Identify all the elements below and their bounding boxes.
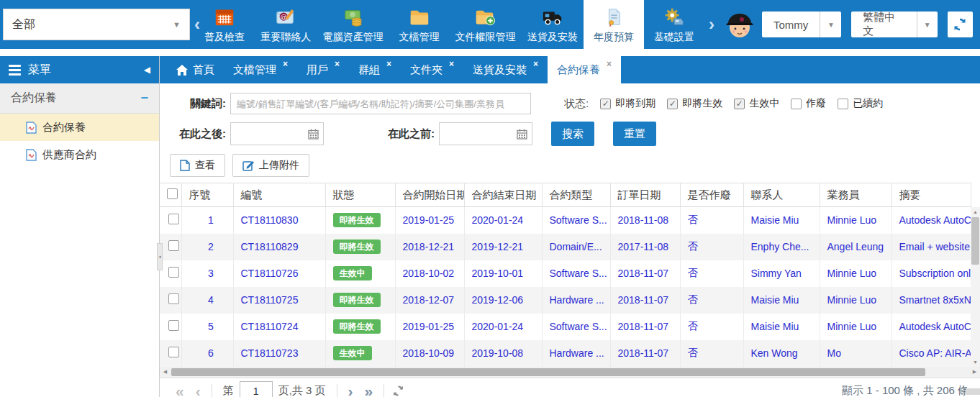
row-code-link[interactable]: CT18110726 — [241, 268, 299, 279]
table-row[interactable]: 1 CT18110830 即將生效 2019-01-25 2020-01-24 … — [160, 207, 971, 234]
close-icon[interactable]: × — [283, 59, 288, 69]
tab-document-management[interactable]: 文檔管理 × — [224, 56, 297, 83]
date-after-input[interactable] — [230, 122, 324, 145]
horizontal-scroll-thumb[interactable] — [171, 368, 925, 376]
row-code-link[interactable]: CT18110724 — [241, 321, 299, 332]
topnav-item-contacts[interactable]: @ 重要聯絡人 — [255, 0, 317, 49]
scroll-left-icon[interactable]: ◀ — [160, 369, 171, 375]
row-serial-link[interactable]: 1 — [208, 214, 214, 226]
tab-groups[interactable]: 群組 × — [349, 56, 401, 83]
language-menu[interactable]: 繁體中文 ▼ — [851, 12, 937, 37]
status-option-effective-soon[interactable]: 即將生效 — [667, 97, 722, 110]
row-checkbox[interactable] — [168, 293, 179, 304]
col-status[interactable]: 狀態 — [325, 183, 395, 207]
close-icon[interactable]: × — [449, 59, 454, 69]
checkbox-icon[interactable] — [791, 99, 802, 109]
col-contact[interactable]: 聯系人 — [743, 183, 820, 207]
row-serial-link[interactable]: 3 — [208, 268, 214, 279]
row-checkbox[interactable] — [168, 214, 179, 224]
tab-folders[interactable]: 文件夾 × — [401, 56, 463, 83]
topnav-item-file-permission[interactable]: 文件權限管理 — [449, 0, 521, 49]
prev-page-button[interactable]: ‹ — [190, 383, 207, 397]
sidebar-collapse-icon[interactable]: ◀ — [144, 65, 150, 75]
close-icon[interactable]: × — [386, 59, 391, 69]
table-row[interactable]: 4 CT18110725 即將生效 2018-12-07 2019-12-06 … — [160, 287, 971, 314]
close-icon[interactable]: × — [607, 59, 612, 69]
checkbox-checked-icon[interactable] — [667, 99, 678, 109]
user-menu[interactable]: Tommy ▼ — [762, 12, 841, 37]
col-voided[interactable]: 是否作廢 — [680, 183, 743, 207]
table-row[interactable]: 5 CT18110724 即將生效 2019-01-25 2020-01-24 … — [160, 314, 971, 340]
page-number-input[interactable] — [240, 381, 273, 397]
checkbox-icon[interactable] — [838, 99, 848, 109]
status-option-voided[interactable]: 作廢 — [791, 97, 826, 110]
row-checkbox[interactable] — [168, 267, 179, 278]
tab-home[interactable]: 首頁 — [167, 56, 224, 83]
row-checkbox[interactable] — [168, 240, 179, 251]
row-serial-link[interactable]: 5 — [208, 321, 214, 332]
topnav-item-delivery[interactable]: 送貨及安裝 — [521, 0, 584, 49]
topnav-item-settings[interactable]: 基礎設置 — [644, 0, 704, 49]
status-option-renewed[interactable]: 已續約 — [838, 97, 883, 110]
col-start-date[interactable]: 合約開始日期 — [395, 183, 464, 207]
row-code-link[interactable]: CT18110725 — [241, 294, 299, 306]
topnav-item-annual-budget[interactable]: 年度預算 — [584, 0, 644, 49]
col-end-date[interactable]: 合約結束日期 — [464, 183, 542, 207]
tab-contract-maintenance[interactable]: 合約保養 × — [548, 56, 621, 83]
topnav-item-inspection[interactable]: 普及檢查 — [204, 0, 255, 49]
row-code-link[interactable]: CT18110829 — [241, 241, 299, 252]
sidebar-item-contract-maintenance[interactable]: 合約保養 — [0, 114, 159, 141]
scope-select[interactable]: 全部 ▼ — [3, 9, 190, 40]
search-button[interactable]: 搜索 — [551, 122, 594, 146]
row-checkbox[interactable] — [168, 320, 179, 331]
last-page-button[interactable]: » — [359, 383, 379, 397]
topbar-refresh-button[interactable] — [948, 12, 973, 37]
date-before-field[interactable] — [440, 123, 517, 145]
vertical-scroll-thumb[interactable] — [971, 217, 979, 265]
first-page-button[interactable]: « — [170, 383, 190, 397]
sidebar-resize-handle[interactable]: ◂ — [157, 243, 163, 270]
checkbox-checked-icon[interactable] — [734, 99, 745, 109]
table-row[interactable]: 3 CT18110726 生效中 2018-10-02 2019-10-01 S… — [160, 260, 971, 287]
row-serial-link[interactable]: 2 — [208, 241, 214, 252]
col-order-date[interactable]: 訂單日期 — [610, 183, 680, 207]
row-serial-link[interactable]: 4 — [208, 294, 214, 306]
col-type[interactable]: 合約類型 — [542, 183, 610, 207]
topnav-item-computer-assets[interactable]: 電腦資產管理 — [317, 0, 389, 49]
scroll-down-icon[interactable]: ▼ — [971, 357, 980, 367]
topnav-item-documents[interactable]: 文檔管理 — [389, 0, 449, 49]
tab-users[interactable]: 用戶 × — [297, 56, 349, 83]
select-all-checkbox[interactable] — [167, 188, 178, 199]
upload-attachment-button[interactable]: 上傳附件 — [232, 154, 309, 177]
calendar-icon[interactable] — [517, 129, 527, 140]
close-icon[interactable]: × — [533, 59, 538, 69]
col-summary[interactable]: 摘要 — [891, 183, 971, 207]
nav-scroll-right-icon[interactable]: › — [704, 0, 719, 49]
view-button[interactable]: 查看 — [170, 154, 225, 177]
status-option-active[interactable]: 生效中 — [734, 97, 779, 110]
keyword-input[interactable] — [230, 93, 531, 114]
scroll-right-icon[interactable]: ▶ — [969, 369, 980, 375]
table-row[interactable]: 6 CT18110723 生效中 2018-10-09 2019-10-08 H… — [160, 340, 971, 367]
grid-refresh-button[interactable] — [392, 385, 404, 397]
row-code-link[interactable]: CT18110830 — [241, 214, 299, 226]
row-serial-link[interactable]: 6 — [208, 347, 214, 359]
avatar[interactable] — [723, 8, 756, 41]
vertical-scrollbar[interactable]: ▲ ▼ — [971, 207, 980, 367]
collapse-minus-icon[interactable]: − — [140, 91, 148, 106]
reset-button[interactable]: 重置 — [613, 122, 656, 146]
tab-delivery[interactable]: 送貨及安裝 × — [463, 56, 548, 83]
row-checkbox[interactable] — [168, 347, 179, 357]
calendar-icon[interactable] — [308, 129, 319, 140]
col-code[interactable]: 編號 — [233, 183, 325, 207]
sidebar-item-supplier-contract[interactable]: 供應商合約 — [0, 141, 159, 168]
sidebar-group-contract[interactable]: 合約保養 − — [0, 83, 159, 114]
table-row[interactable]: 2 CT18110829 即將生效 2018-12-21 2019-12-21 … — [160, 234, 971, 260]
status-option-expiring[interactable]: 即將到期 — [600, 97, 655, 110]
col-serial[interactable]: 序號 — [181, 183, 233, 207]
nav-scroll-left-icon[interactable]: ‹ — [190, 0, 204, 49]
horizontal-scrollbar[interactable]: ◀ ▶ — [160, 367, 980, 378]
close-icon[interactable]: × — [335, 59, 340, 69]
date-before-input[interactable] — [439, 122, 532, 145]
checkbox-checked-icon[interactable] — [600, 99, 611, 109]
